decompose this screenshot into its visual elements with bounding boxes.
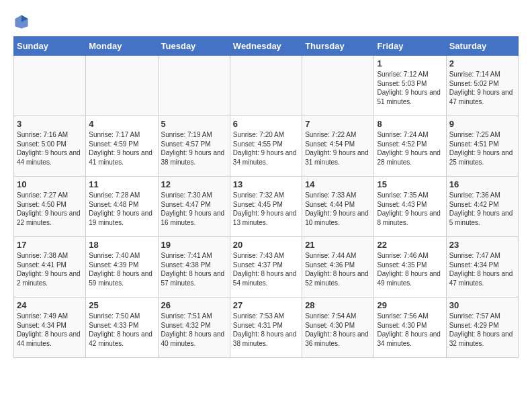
day-info: Sunrise: 7:43 AM Sunset: 4:37 PM Dayligh…: [233, 251, 299, 287]
calendar-cell: [302, 56, 374, 116]
calendar-cell: 7Sunrise: 7:22 AM Sunset: 4:54 PM Daylig…: [302, 116, 374, 177]
calendar-cell: 19Sunrise: 7:41 AM Sunset: 4:38 PM Dayli…: [158, 237, 230, 298]
calendar-week-5: 24Sunrise: 7:49 AM Sunset: 4:34 PM Dayli…: [14, 298, 519, 358]
day-number: 8: [377, 119, 443, 129]
day-info: Sunrise: 7:47 AM Sunset: 4:34 PM Dayligh…: [449, 251, 515, 287]
calendar-cell: 13Sunrise: 7:32 AM Sunset: 4:45 PM Dayli…: [230, 177, 302, 237]
calendar-cell: 12Sunrise: 7:30 AM Sunset: 4:47 PM Dayli…: [158, 177, 230, 237]
day-number: 25: [89, 300, 154, 310]
calendar-cell: 4Sunrise: 7:17 AM Sunset: 4:59 PM Daylig…: [86, 116, 158, 177]
day-number: 27: [233, 300, 299, 310]
day-info: Sunrise: 7:36 AM Sunset: 4:42 PM Dayligh…: [449, 191, 515, 227]
day-info: Sunrise: 7:14 AM Sunset: 5:02 PM Dayligh…: [449, 70, 515, 106]
calendar-cell: [158, 56, 230, 116]
day-info: Sunrise: 7:27 AM Sunset: 4:50 PM Dayligh…: [17, 191, 83, 227]
day-info: Sunrise: 7:44 AM Sunset: 4:36 PM Dayligh…: [305, 251, 371, 287]
day-info: Sunrise: 7:49 AM Sunset: 4:34 PM Dayligh…: [17, 312, 83, 348]
logo: [13, 13, 32, 30]
day-number: 9: [449, 119, 515, 129]
day-header-friday: Friday: [374, 37, 446, 56]
day-number: 16: [449, 179, 515, 189]
day-info: Sunrise: 7:46 AM Sunset: 4:35 PM Dayligh…: [377, 251, 443, 287]
calendar-cell: 22Sunrise: 7:46 AM Sunset: 4:35 PM Dayli…: [374, 237, 446, 298]
day-info: Sunrise: 7:41 AM Sunset: 4:38 PM Dayligh…: [161, 251, 227, 287]
day-info: Sunrise: 7:54 AM Sunset: 4:30 PM Dayligh…: [305, 312, 371, 348]
day-number: 5: [161, 119, 227, 129]
calendar-cell: 18Sunrise: 7:40 AM Sunset: 4:39 PM Dayli…: [86, 237, 158, 298]
logo-icon: [13, 13, 30, 30]
calendar-cell: 29Sunrise: 7:56 AM Sunset: 4:30 PM Dayli…: [374, 298, 446, 358]
day-info: Sunrise: 7:28 AM Sunset: 4:48 PM Dayligh…: [89, 191, 154, 227]
calendar-cell: 21Sunrise: 7:44 AM Sunset: 4:36 PM Dayli…: [302, 237, 374, 298]
calendar-cell: [86, 56, 158, 116]
day-info: Sunrise: 7:22 AM Sunset: 4:54 PM Dayligh…: [305, 130, 371, 167]
calendar-cell: 20Sunrise: 7:43 AM Sunset: 4:37 PM Dayli…: [230, 237, 302, 298]
day-header-tuesday: Tuesday: [158, 37, 230, 56]
calendar-cell: 28Sunrise: 7:54 AM Sunset: 4:30 PM Dayli…: [302, 298, 374, 358]
calendar-cell: 2Sunrise: 7:14 AM Sunset: 5:02 PM Daylig…: [446, 56, 518, 116]
day-info: Sunrise: 7:57 AM Sunset: 4:29 PM Dayligh…: [449, 312, 515, 348]
day-number: 13: [233, 179, 299, 189]
day-info: Sunrise: 7:32 AM Sunset: 4:45 PM Dayligh…: [233, 191, 299, 227]
calendar-cell: 27Sunrise: 7:53 AM Sunset: 4:31 PM Dayli…: [230, 298, 302, 358]
calendar-header-row: SundayMondayTuesdayWednesdayThursdayFrid…: [14, 37, 519, 56]
day-info: Sunrise: 7:40 AM Sunset: 4:39 PM Dayligh…: [89, 251, 154, 287]
calendar-cell: 26Sunrise: 7:51 AM Sunset: 4:32 PM Dayli…: [158, 298, 230, 358]
day-info: Sunrise: 7:53 AM Sunset: 4:31 PM Dayligh…: [233, 312, 299, 348]
day-number: 29: [377, 300, 443, 310]
day-number: 7: [305, 119, 371, 129]
calendar-cell: 30Sunrise: 7:57 AM Sunset: 4:29 PM Dayli…: [446, 298, 518, 358]
day-number: 22: [377, 240, 443, 250]
day-number: 28: [305, 300, 371, 310]
calendar-week-1: 1Sunrise: 7:12 AM Sunset: 5:03 PM Daylig…: [14, 56, 519, 116]
day-number: 3: [17, 119, 83, 129]
day-info: Sunrise: 7:51 AM Sunset: 4:32 PM Dayligh…: [161, 312, 227, 348]
day-info: Sunrise: 7:24 AM Sunset: 4:52 PM Dayligh…: [377, 130, 443, 167]
calendar-cell: 14Sunrise: 7:33 AM Sunset: 4:44 PM Dayli…: [302, 177, 374, 237]
calendar-cell: 1Sunrise: 7:12 AM Sunset: 5:03 PM Daylig…: [374, 56, 446, 116]
day-info: Sunrise: 7:38 AM Sunset: 4:41 PM Dayligh…: [17, 251, 83, 287]
day-number: 4: [89, 119, 154, 129]
calendar-cell: 17Sunrise: 7:38 AM Sunset: 4:41 PM Dayli…: [14, 237, 86, 298]
calendar-cell: [230, 56, 302, 116]
page-header: [13, 13, 519, 30]
day-info: Sunrise: 7:20 AM Sunset: 4:55 PM Dayligh…: [233, 130, 299, 167]
day-info: Sunrise: 7:25 AM Sunset: 4:51 PM Dayligh…: [449, 130, 515, 167]
day-number: 6: [233, 119, 299, 129]
day-info: Sunrise: 7:17 AM Sunset: 4:59 PM Dayligh…: [89, 130, 154, 167]
day-number: 19: [161, 240, 227, 250]
calendar-cell: 5Sunrise: 7:19 AM Sunset: 4:57 PM Daylig…: [158, 116, 230, 177]
day-number: 30: [449, 300, 515, 310]
calendar-cell: 24Sunrise: 7:49 AM Sunset: 4:34 PM Dayli…: [14, 298, 86, 358]
calendar-week-3: 10Sunrise: 7:27 AM Sunset: 4:50 PM Dayli…: [14, 177, 519, 237]
day-header-saturday: Saturday: [446, 37, 518, 56]
day-number: 10: [17, 179, 83, 189]
day-number: 18: [89, 240, 154, 250]
calendar-cell: 23Sunrise: 7:47 AM Sunset: 4:34 PM Dayli…: [446, 237, 518, 298]
calendar-cell: 10Sunrise: 7:27 AM Sunset: 4:50 PM Dayli…: [14, 177, 86, 237]
calendar-table: SundayMondayTuesdayWednesdayThursdayFrid…: [13, 36, 519, 358]
calendar-cell: 6Sunrise: 7:20 AM Sunset: 4:55 PM Daylig…: [230, 116, 302, 177]
day-header-sunday: Sunday: [14, 37, 86, 56]
calendar-cell: 9Sunrise: 7:25 AM Sunset: 4:51 PM Daylig…: [446, 116, 518, 177]
day-number: 21: [305, 240, 371, 250]
calendar-cell: [14, 56, 86, 116]
day-number: 23: [449, 240, 515, 250]
day-info: Sunrise: 7:50 AM Sunset: 4:33 PM Dayligh…: [89, 312, 154, 348]
day-info: Sunrise: 7:30 AM Sunset: 4:47 PM Dayligh…: [161, 191, 227, 227]
day-info: Sunrise: 7:19 AM Sunset: 4:57 PM Dayligh…: [161, 130, 227, 167]
day-number: 20: [233, 240, 299, 250]
calendar-week-4: 17Sunrise: 7:38 AM Sunset: 4:41 PM Dayli…: [14, 237, 519, 298]
day-number: 14: [305, 179, 371, 189]
calendar-cell: 15Sunrise: 7:35 AM Sunset: 4:43 PM Dayli…: [374, 177, 446, 237]
day-number: 2: [449, 58, 515, 68]
day-info: Sunrise: 7:16 AM Sunset: 5:00 PM Dayligh…: [17, 130, 83, 167]
calendar-cell: 16Sunrise: 7:36 AM Sunset: 4:42 PM Dayli…: [446, 177, 518, 237]
day-header-monday: Monday: [86, 37, 158, 56]
day-info: Sunrise: 7:35 AM Sunset: 4:43 PM Dayligh…: [377, 191, 443, 227]
day-number: 1: [377, 58, 443, 68]
day-number: 12: [161, 179, 227, 189]
calendar-cell: 11Sunrise: 7:28 AM Sunset: 4:48 PM Dayli…: [86, 177, 158, 237]
day-info: Sunrise: 7:33 AM Sunset: 4:44 PM Dayligh…: [305, 191, 371, 227]
day-number: 24: [17, 300, 83, 310]
